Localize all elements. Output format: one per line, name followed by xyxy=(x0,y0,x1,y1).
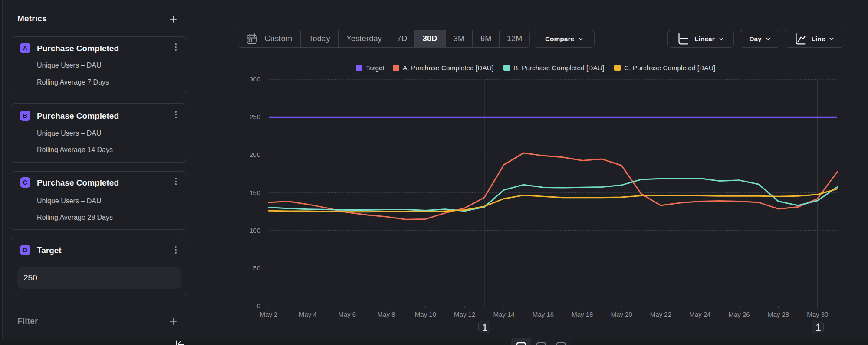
svg-text:May 10: May 10 xyxy=(415,311,436,318)
svg-text:May 26: May 26 xyxy=(728,311,750,318)
svg-text:300: 300 xyxy=(250,75,260,83)
svg-text:May 14: May 14 xyxy=(493,311,514,318)
svg-text:150: 150 xyxy=(250,189,260,196)
svg-text:50: 50 xyxy=(253,264,260,272)
svg-text:250: 250 xyxy=(250,113,260,120)
svg-text:0: 0 xyxy=(257,302,260,309)
svg-text:May 8: May 8 xyxy=(378,311,395,318)
svg-text:200: 200 xyxy=(250,151,260,158)
svg-text:May 18: May 18 xyxy=(572,311,593,318)
svg-text:May 2: May 2 xyxy=(260,311,278,318)
svg-text:May 24: May 24 xyxy=(689,311,710,318)
svg-text:May 12: May 12 xyxy=(454,311,475,318)
svg-text:May 28: May 28 xyxy=(768,311,789,318)
svg-text:May 6: May 6 xyxy=(338,311,356,318)
svg-text:May 22: May 22 xyxy=(650,311,671,318)
svg-text:100: 100 xyxy=(250,227,260,234)
svg-text:May 4: May 4 xyxy=(299,311,317,318)
svg-text:May 30: May 30 xyxy=(807,311,828,318)
svg-text:May 16: May 16 xyxy=(533,311,554,318)
svg-text:May 20: May 20 xyxy=(611,311,632,318)
